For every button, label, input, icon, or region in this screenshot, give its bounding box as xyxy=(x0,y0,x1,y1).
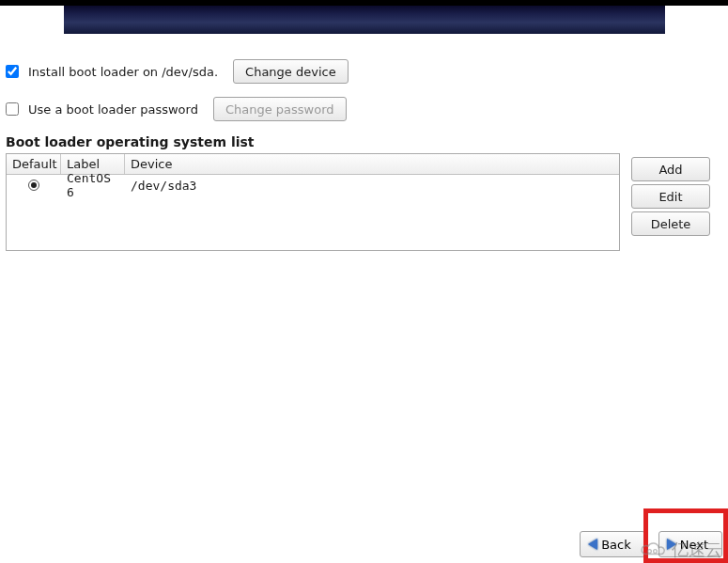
change-password-button: Change password xyxy=(213,97,347,121)
bootloader-password-checkbox[interactable] xyxy=(6,102,19,116)
next-button-label: Next xyxy=(680,538,708,552)
edit-button[interactable]: Edit xyxy=(631,184,710,209)
os-list-table[interactable]: Default Label Device CentOS 6 /dev/sda3 xyxy=(6,153,620,251)
os-list-heading: Boot loader operating system list xyxy=(6,134,722,149)
installer-banner xyxy=(64,6,665,34)
back-button-label: Back xyxy=(601,538,631,552)
main-content: Install boot loader on /dev/sda. Change … xyxy=(0,39,728,251)
footer-nav: Back Next xyxy=(580,531,722,557)
col-header-default[interactable]: Default xyxy=(7,154,61,174)
change-device-button[interactable]: Change device xyxy=(233,59,349,84)
arrow-left-icon xyxy=(588,539,597,550)
bootloader-password-label[interactable]: Use a boot loader password xyxy=(28,102,198,117)
banner-area xyxy=(0,6,728,39)
row-device-cell: /dev/sda3 xyxy=(125,177,619,195)
row-default-cell[interactable] xyxy=(7,178,61,193)
os-list-section: Default Label Device CentOS 6 /dev/sda3 … xyxy=(6,153,722,251)
arrow-right-icon xyxy=(667,539,676,550)
delete-button[interactable]: Delete xyxy=(631,211,710,236)
radio-selected-icon xyxy=(28,180,39,191)
next-button[interactable]: Next xyxy=(658,531,722,557)
add-button[interactable]: Add xyxy=(631,157,710,181)
col-header-device[interactable]: Device xyxy=(125,154,619,174)
row-label-cell: CentOS 6 xyxy=(61,169,125,201)
back-button[interactable]: Back xyxy=(580,531,645,557)
install-bootloader-label[interactable]: Install boot loader on /dev/sda. xyxy=(28,65,218,79)
os-list-side-buttons: Add Edit Delete xyxy=(631,157,710,236)
table-row[interactable]: CentOS 6 /dev/sda3 xyxy=(7,175,619,195)
install-bootloader-checkbox[interactable] xyxy=(6,65,19,78)
install-bootloader-row: Install boot loader on /dev/sda. Change … xyxy=(6,59,722,84)
bootloader-password-row: Use a boot loader password Change passwo… xyxy=(6,97,722,121)
